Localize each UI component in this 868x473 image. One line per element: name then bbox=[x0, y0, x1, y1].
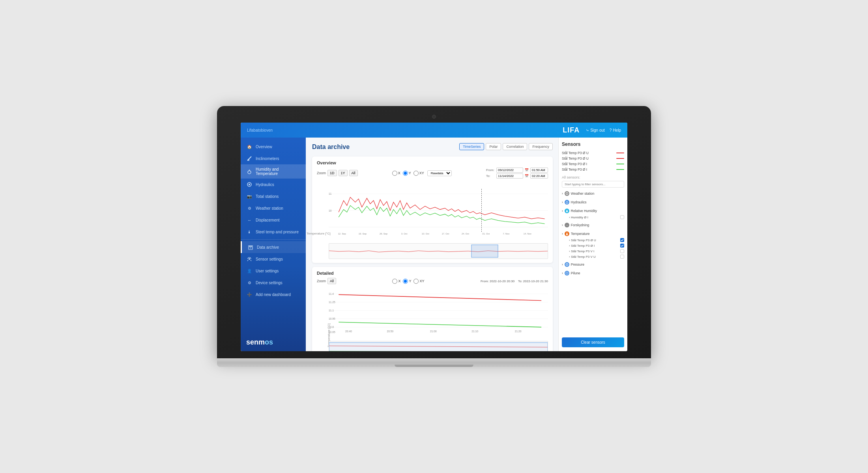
zoom-controls-overview: Zoom 1D 1Y All bbox=[317, 170, 358, 176]
sidebar-item-overview[interactable]: 🏠 Overview bbox=[241, 141, 306, 153]
overview-mini-chart[interactable] bbox=[329, 243, 548, 259]
help-button[interactable]: ? Help bbox=[610, 128, 621, 132]
forskydning-cat-label: Forskydning bbox=[571, 223, 589, 227]
checkbox-temp-p3-oi[interactable] bbox=[620, 244, 624, 248]
overview-chart-panel: Overview Zoom 1D 1Y All bbox=[312, 156, 553, 263]
sidebar-item-inclinometers[interactable]: Inclinometers bbox=[241, 153, 306, 164]
radio-y[interactable]: Y bbox=[403, 171, 411, 176]
from-time-input[interactable] bbox=[530, 168, 548, 173]
sidebar-item-sensor-settings[interactable]: Sensor settings bbox=[241, 253, 306, 265]
zoom-all[interactable]: All bbox=[349, 170, 358, 176]
radio-xy-det[interactable]: XY bbox=[413, 279, 424, 284]
sign-out-button[interactable]: ⤷ Sign out bbox=[586, 128, 605, 132]
rel-humidity-cat-label: Relative Humidity bbox=[571, 209, 597, 213]
sidebar-item-user-settings[interactable]: 👤 User settings bbox=[241, 265, 306, 277]
checkbox-temp-p3-vi[interactable] bbox=[620, 249, 624, 253]
checkbox-temp-p3-ou[interactable] bbox=[620, 238, 624, 242]
tab-timeseries[interactable]: TimeSeries bbox=[459, 143, 484, 150]
radio-y-det[interactable]: Y bbox=[403, 279, 411, 284]
tab-correlation[interactable]: Correlation bbox=[503, 143, 527, 150]
pilune-cat-icon bbox=[565, 271, 569, 276]
svg-line-8 bbox=[251, 260, 251, 261]
sidebar-item-device-settings[interactable]: ⚙ Device settings bbox=[241, 277, 306, 289]
sidebar-item-hydraulics[interactable]: Hydraulics bbox=[241, 179, 306, 190]
laptop-screen: Lifabatobioven LIFA ⤷ Sign out ? Help bbox=[241, 123, 627, 351]
sensor-category-rel-humidity-header[interactable]: › Relative Humidity bbox=[562, 207, 624, 214]
calendar-icon-to[interactable]: 📅 bbox=[525, 174, 529, 178]
sensor-category-pressure-header[interactable]: › Pressure bbox=[562, 261, 624, 268]
sidebar-item-steel-temp[interactable]: 🌡 Steel temp and pressure bbox=[241, 226, 306, 238]
humidity-icon bbox=[246, 168, 253, 175]
device-icon: ⚙ bbox=[246, 279, 253, 286]
from-label: From: bbox=[486, 168, 495, 172]
sidebar-item-humidity-temp[interactable]: Humidity and Temperature bbox=[241, 164, 306, 179]
calendar-icon-from[interactable]: 📅 bbox=[525, 168, 529, 172]
checkbox-humidity-oi[interactable] bbox=[620, 215, 624, 219]
detailed-from-to: From: 2022-10-20 20:30 To: 2022-10-20 21… bbox=[481, 279, 548, 283]
sidebar-label-weather: Weather station bbox=[256, 206, 283, 210]
sidebar-label-hydraulics: Hydraulics bbox=[256, 182, 274, 187]
svg-text:17. Oct: 17. Oct bbox=[441, 233, 449, 235]
add-icon: ➕ bbox=[246, 291, 253, 298]
sidebar-item-add-dashboard[interactable]: ➕ Add new dashboard bbox=[241, 289, 306, 300]
checkbox-temp-p3-vu[interactable] bbox=[620, 255, 624, 259]
svg-text:11.4: 11.4 bbox=[329, 292, 334, 295]
zoom-1d[interactable]: 1D bbox=[327, 170, 337, 176]
tab-polar[interactable]: Polar bbox=[486, 143, 501, 150]
detailed-mini-svg: 20:40 20:50 21:00 21:10 21:20 bbox=[329, 341, 548, 351]
svg-text:20:40: 20:40 bbox=[345, 330, 352, 333]
chevron-right-icon-pressure: › bbox=[562, 263, 563, 266]
sidebar-label-sensor-settings: Sensor settings bbox=[256, 257, 283, 261]
svg-line-38 bbox=[339, 322, 541, 327]
hydraulics-icon bbox=[246, 181, 253, 188]
sidebar-item-displacement[interactable]: ↔ Displacement bbox=[241, 214, 306, 226]
logo-highlight: os bbox=[265, 338, 273, 346]
zoom-1y[interactable]: 1Y bbox=[339, 170, 348, 176]
sidebar-label-total-stations: Total stations bbox=[256, 194, 279, 199]
svg-point-6 bbox=[249, 258, 250, 260]
radio-x-det[interactable]: X bbox=[392, 279, 400, 284]
top-bar: Lifabatobioven LIFA ⤷ Sign out ? Help bbox=[241, 123, 627, 138]
detailed-chart-area: Temperature [°C] 11.4 bbox=[317, 287, 548, 351]
svg-rect-3 bbox=[248, 246, 253, 246]
sensor-category-weather-header[interactable]: › Weather station bbox=[562, 190, 624, 197]
rawdata-dropdown[interactable]: Rawdata bbox=[427, 170, 452, 176]
clear-sensors-button[interactable]: Clear sensors bbox=[562, 337, 624, 347]
top-actions: ⤷ Sign out ? Help bbox=[586, 128, 621, 132]
radio-xy[interactable]: XY bbox=[413, 171, 424, 176]
detailed-chart-panel: Detailed Zoom All X Y bbox=[312, 267, 553, 351]
help-label: Help bbox=[613, 128, 621, 132]
zoom-all-detailed[interactable]: All bbox=[327, 278, 336, 284]
svg-text:31. Oct: 31. Oct bbox=[482, 233, 490, 235]
main-layout: 🏠 Overview Inclinometers bbox=[241, 138, 627, 351]
tab-frequency[interactable]: Frequency bbox=[529, 143, 553, 150]
svg-text:20:50: 20:50 bbox=[387, 330, 393, 333]
zoom-label: Zoom bbox=[317, 171, 326, 175]
brand-label: Lifabatobioven bbox=[247, 128, 563, 132]
sidebar-label-user-settings: User settings bbox=[256, 269, 279, 273]
sensor-active-item-3: Stål Temp P3 Ø I bbox=[562, 161, 624, 167]
sensor-filter-input[interactable] bbox=[562, 181, 624, 188]
sensor-category-hydraulics-header[interactable]: › Hydraulics bbox=[562, 199, 624, 206]
sensor-category-temperature-header[interactable]: › Temperature bbox=[562, 230, 624, 237]
svg-point-0 bbox=[248, 171, 251, 174]
to-date-input[interactable] bbox=[496, 173, 523, 179]
svg-text:21:00: 21:00 bbox=[430, 330, 437, 333]
sensor-category-forskydning-header[interactable]: › ↔ Forskydning bbox=[562, 222, 624, 229]
radio-group-overview: X Y XY bbox=[392, 171, 424, 176]
sensor-label-2: Stål Temp P3 Ø U bbox=[562, 156, 589, 160]
to-time-input[interactable] bbox=[530, 173, 548, 179]
svg-rect-58 bbox=[567, 233, 567, 234]
sidebar-item-data-archive[interactable]: Data archive bbox=[241, 241, 306, 253]
detailed-mini-chart[interactable]: 20:40 20:50 21:00 21:10 21:20 bbox=[329, 341, 548, 351]
zoom-label-detailed: Zoom bbox=[317, 279, 326, 283]
sensor-sub-label-temp-p3-oi: › Stål Temp P3 Ø I bbox=[569, 244, 595, 248]
radio-x[interactable]: X bbox=[392, 171, 400, 176]
sensor-active-item-1: Stål Temp P3 Ø U bbox=[562, 150, 624, 156]
sidebar-item-weather-station[interactable]: ⚙ Weather station bbox=[241, 202, 306, 214]
from-date-input[interactable] bbox=[496, 168, 523, 173]
sidebar: 🏠 Overview Inclinometers bbox=[241, 138, 306, 351]
sensor-category-pilune-header[interactable]: › Pilune bbox=[562, 270, 624, 277]
sidebar-item-total-stations[interactable]: 📷 Total stations bbox=[241, 190, 306, 202]
overview-chart-controls: Zoom 1D 1Y All X Y XY bbox=[317, 168, 548, 179]
